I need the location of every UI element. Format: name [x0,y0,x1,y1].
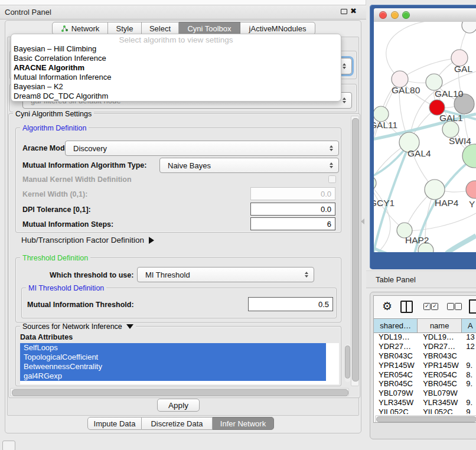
table-cell: YBL079W [374,389,418,397]
minimized-panel-icon[interactable] [2,441,15,450]
data-attribute-item[interactable]: gal4RGexp [20,371,326,381]
dpi-tolerance-label: DPI Tolerance [0,1]: [22,206,91,214]
graph-node-label: SWI4 [449,136,471,146]
column-header-name[interactable]: name [418,319,461,332]
checked-checkbox-icon[interactable]: ✓ [431,303,438,310]
minimize-traffic-light-icon[interactable] [391,11,399,19]
algorithm-option[interactable]: Mutual Information Inference [11,73,341,82]
list-scrollbar-thumb[interactable] [345,345,350,379]
float-window-icon[interactable] [341,9,347,14]
scrollbar-thumb[interactable] [12,389,348,396]
tab-impute-data[interactable]: Impute Data [87,417,142,430]
network-canvas[interactable]: GALGAL80GAL10GAL1GAL11GAL4SWI4GCY1HAP4YH… [374,22,476,252]
table-cell: YPR145W [374,361,418,370]
tab-discretize-data[interactable]: Discretize Data [142,417,213,430]
table-cell: 9. [461,361,476,370]
combo-arrows-icon [343,63,346,69]
mi-threshold-field[interactable]: 0.5 [248,297,333,311]
table-body[interactable]: YDL19…YDL19…13YDR27…YDR27…12YBR043CYBR04… [374,332,476,414]
data-attributes-list[interactable]: SelfLoopsTopologicalCoefficientBetweenne… [20,343,339,384]
mi-type-combobox[interactable]: Naive Bayes [159,158,339,173]
algorithm-option[interactable]: Bayesian – Hill Climbing [11,44,341,54]
kernel-width-field[interactable]: 0.0 [250,187,335,200]
bottom-tabbar: Impute Data Discretize Data Infer Networ… [87,417,274,431]
aracne-mode-combobox[interactable]: Discovery [65,141,339,156]
table-horizontal-scrollbar[interactable] [375,415,476,423]
table-row[interactable]: YLR345WYLR345W9. [374,398,476,407]
mi-steps-field[interactable]: 6 [250,217,335,230]
dpi-tolerance-value: 0.0 [321,205,331,214]
tab-jactivemnodules[interactable]: jActiveMNodules [240,22,315,35]
table-cell: YLR345W [418,398,461,407]
table-cell: YDL19… [418,332,461,341]
gear-icon[interactable]: ⚙ [382,299,392,313]
data-attribute-item[interactable]: TopologicalCoefficient [20,353,326,362]
network-window-titlebar[interactable] [374,8,476,22]
table-row[interactable]: YBR045CYBR045C9. [374,379,476,389]
mi-type-label: Mutual Information Algorithm Type: [22,161,146,169]
tab-cyni-toolbox[interactable]: Cyni Toolbox [179,22,240,35]
column-header-partial[interactable]: A [462,319,476,332]
which-threshold-combobox[interactable]: MI Threshold [137,267,314,282]
graph-node-label: GAL80 [392,85,420,95]
table-cell: 13 [461,332,476,341]
sources-group-title-row[interactable]: Sources for Network Inference [20,322,136,331]
network-view-window[interactable]: GALGAL80GAL10GAL1GAL11GAL4SWI4GCY1HAP4YH… [370,5,476,269]
mi-type-value: Naive Bayes [168,161,211,170]
file-icon[interactable] [469,299,476,314]
table-cell: 12 [461,342,476,351]
table-cell: YBR043C [374,351,418,360]
hub-definition-toggle[interactable]: Hub/Transcription Factor Definition [21,236,154,244]
graph-node-green-mid[interactable] [442,121,459,138]
settings-vertical-scrollbar[interactable] [351,116,359,386]
algorithm-option[interactable]: Bayesian – K2 [11,82,341,92]
graph-node-GAL10[interactable] [426,74,442,90]
table-cell: 8. [461,370,476,379]
table-cell: YDL19… [374,332,418,341]
algorithm-option[interactable]: ARACNE Algorithm [11,63,341,73]
table-cell: 9. [461,379,476,388]
table-row[interactable]: YIL052CYIL052C9 [374,407,476,414]
control-panel-tabbar: Network Style Select Cyni Toolbox jActiv… [52,22,315,35]
unchecked-checkbox-icon[interactable] [447,303,454,310]
algorithm-option[interactable]: Dream8 DC_TDC Algorithm [11,92,341,101]
table-row[interactable]: YDL19…YDL19…13 [374,332,476,342]
checked-checkbox-icon[interactable]: ✓ [423,303,431,310]
graph-node-HAP4[interactable] [425,180,445,200]
tab-style[interactable]: Style [108,22,142,35]
manual-kernel-checkbox[interactable] [328,175,336,183]
close-traffic-light-icon[interactable] [379,11,387,19]
graph-node-node-top[interactable] [462,22,476,33]
tab-infer-network[interactable]: Infer Network [213,417,274,430]
settings-horizontal-scrollbar[interactable] [10,388,349,396]
graph-node-salmon-node[interactable] [466,181,476,198]
graph-node-label: GAL10 [435,89,464,99]
graph-node-GCY1[interactable] [374,176,376,190]
close-icon[interactable]: ✖ [350,6,357,15]
column-header-shared-name[interactable]: shared… [374,319,418,332]
columns-icon[interactable] [400,301,413,313]
graph-node-label: GAL [454,64,472,74]
table-row[interactable]: YDR27…YDR27…12 [374,342,476,351]
algorithm-option[interactable]: Basic Correlation Inference [11,54,341,63]
aracne-mode-label: Aracne Mode: [22,144,71,152]
scrollbar-thumb[interactable] [376,416,476,422]
dpi-tolerance-field[interactable]: 0.0 [250,203,335,216]
splitpane-toggle[interactable] [361,219,364,224]
tab-select[interactable]: Select [142,22,179,35]
table-row[interactable]: YBL079WYBL079W [374,389,476,398]
maximize-traffic-light-icon[interactable] [402,11,410,19]
data-attribute-item[interactable]: BetweennessCentrality [20,362,326,371]
table-cell: YBL079W [418,389,461,397]
data-attribute-item[interactable]: SelfLoops [20,343,326,353]
table-row[interactable]: YBR043CYBR043C [374,351,476,361]
scrollbar-thumb[interactable] [352,118,359,381]
unchecked-checkbox-icon[interactable] [455,303,462,310]
apply-button[interactable]: Apply [157,399,200,412]
table-row[interactable]: YER054CYER054C8. [374,370,476,379]
table-row[interactable]: YPR145WYPR145W9. [374,360,476,370]
tab-network[interactable]: Network [52,22,108,35]
control-panel-titlebar: Control Panel ✖ [0,5,366,19]
algorithm-dropdown-list: Bayesian – Hill ClimbingBasic Correlatio… [11,44,341,101]
which-threshold-value: MI Threshold [145,270,190,279]
